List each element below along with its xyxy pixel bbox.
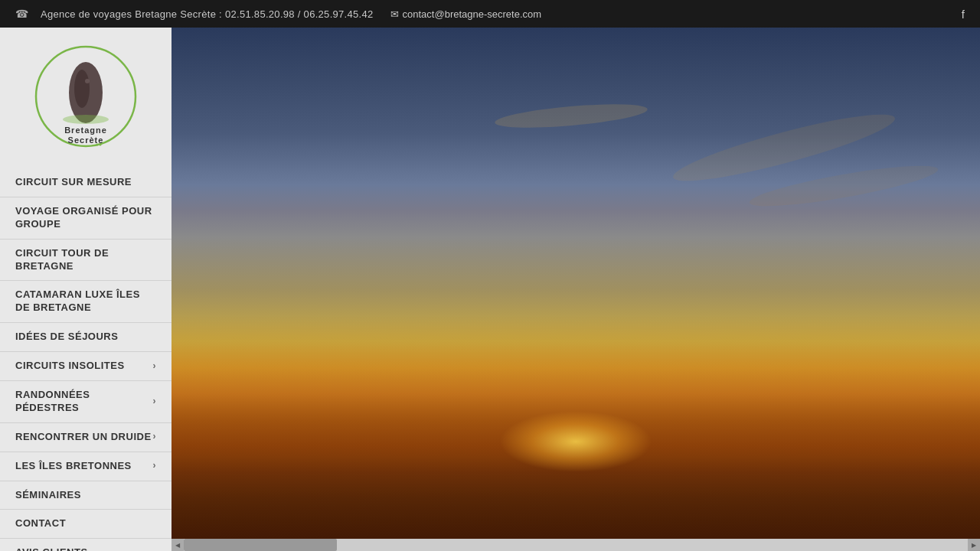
phone-icon: ☎: [15, 8, 28, 20]
sun-glow: [499, 411, 652, 472]
main-layout: Bretagne Secrète CIRCUIT SUR MESUREVOYAG…: [0, 28, 980, 551]
sidebar-item-circuit-tour-bretagne[interactable]: CIRCUIT TOUR DE BRETAGNE: [0, 240, 172, 282]
sidebar-item-circuit-sur-mesure[interactable]: CIRCUIT SUR MESURE: [0, 168, 172, 197]
nav-label-catamaran-luxe: CATAMARAN LUXE ÎLES DE BRETAGNE: [15, 289, 156, 315]
sidebar: Bretagne Secrète CIRCUIT SUR MESUREVOYAG…: [0, 28, 172, 551]
chevron-icon: ›: [153, 396, 157, 408]
sidebar-item-voyage-organise[interactable]: VOYAGE ORGANISÉ POUR GROUPE: [0, 197, 172, 240]
nav-label-voyage-organise: VOYAGE ORGANISÉ POUR GROUPE: [15, 205, 156, 231]
scroll-track[interactable]: [184, 539, 968, 551]
scroll-left-btn[interactable]: ◀: [172, 539, 184, 551]
chevron-icon: ›: [153, 431, 157, 443]
nav-label-seminaires: SÉMINAIRES: [15, 489, 81, 502]
cloud-3: [495, 99, 648, 132]
nav-container: CIRCUIT SUR MESUREVOYAGE ORGANISÉ POUR G…: [0, 168, 172, 551]
scroll-thumb[interactable]: [184, 539, 337, 551]
nav-label-contact: CONTACT: [15, 517, 66, 530]
nav-label-circuit-sur-mesure: CIRCUIT SUR MESURE: [15, 176, 132, 189]
svg-point-3: [85, 79, 90, 83]
svg-text:Bretagne: Bretagne: [64, 126, 107, 135]
nav-label-avis-clients: AVIS CLIENTS: [15, 546, 88, 551]
svg-point-2: [74, 70, 90, 108]
sidebar-item-contact[interactable]: CONTACT: [0, 510, 172, 539]
agency-info: Agence de voyages Bretagne Secrète : 02.…: [41, 8, 374, 20]
sidebar-item-circuits-insolites[interactable]: CIRCUITS INSOLITES›: [0, 352, 172, 381]
sidebar-item-randonnees-pedestres[interactable]: RANDONNÉES PÉDESTRES›: [0, 381, 172, 423]
svg-point-4: [63, 115, 109, 124]
nav-label-idees-sejours: IDÉES DE SÉJOURS: [15, 331, 118, 344]
nav-label-randonnees-pedestres: RANDONNÉES PÉDESTRES: [15, 389, 153, 415]
sidebar-item-idees-sejours[interactable]: IDÉES DE SÉJOURS: [0, 323, 172, 352]
logo-container[interactable]: Bretagne Secrète: [0, 35, 172, 165]
chevron-icon: ›: [153, 460, 157, 472]
facebook-icon[interactable]: f: [962, 8, 965, 21]
nav-label-circuits-insolites: CIRCUITS INSOLITES: [15, 360, 125, 373]
sidebar-item-seminaires[interactable]: SÉMINAIRES: [0, 481, 172, 510]
sidebar-item-avis-clients[interactable]: AVIS CLIENTS: [0, 539, 172, 551]
chevron-icon: ›: [153, 360, 157, 373]
svg-text:Secrète: Secrète: [68, 135, 104, 145]
horizontal-scrollbar[interactable]: ◀ ▶: [172, 539, 980, 551]
top-bar: ☎ Agence de voyages Bretagne Secrète : 0…: [0, 0, 980, 28]
main-content: [172, 28, 980, 551]
cloud-2: [747, 158, 939, 214]
sidebar-item-rencontrer-druide[interactable]: RENCONTRER UN DRUIDE›: [0, 423, 172, 452]
email-link[interactable]: ✉ contact@bretagne-secrete.com: [390, 8, 542, 20]
hero-image: [172, 28, 980, 551]
email-text: contact@bretagne-secrete.com: [403, 8, 542, 20]
sidebar-item-les-iles-bretonnes[interactable]: LES ÎLES BRETONNES›: [0, 452, 172, 481]
svg-point-7: [96, 144, 99, 146]
nav-label-les-iles-bretonnes: LES ÎLES BRETONNES: [15, 460, 132, 473]
email-icon: ✉: [390, 8, 399, 20]
nav-label-circuit-tour-bretagne: CIRCUIT TOUR DE BRETAGNE: [15, 247, 156, 273]
logo-svg: Bretagne Secrète: [32, 43, 139, 150]
svg-point-8: [100, 144, 102, 146]
scroll-right-btn[interactable]: ▶: [968, 539, 980, 551]
nav-label-rencontrer-druide: RENCONTRER UN DRUIDE: [15, 431, 152, 444]
sidebar-item-catamaran-luxe[interactable]: CATAMARAN LUXE ÎLES DE BRETAGNE: [0, 281, 172, 323]
